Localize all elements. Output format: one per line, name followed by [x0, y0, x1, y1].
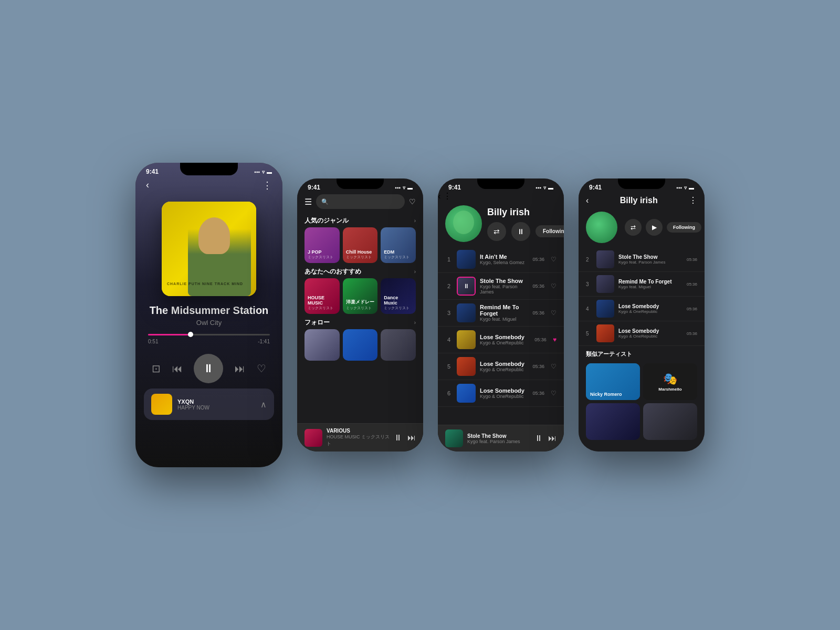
- phone1-content: 9:41 ▪▪▪ ▿ ▬ ‹ ⋮ CHARLIE PUTH NINE TRACK…: [135, 163, 282, 467]
- profile-shuffle-btn[interactable]: ⇄: [625, 219, 642, 236]
- follow-card-1[interactable]: [304, 329, 340, 361]
- heart-nav-button[interactable]: ♡: [409, 197, 416, 206]
- pt-details-3: Lose Somebody Kygo & OneRepublic: [618, 303, 682, 314]
- more-button-1[interactable]: ⋮: [262, 180, 272, 191]
- mini-pause-2[interactable]: ⏸: [394, 433, 402, 443]
- mini-expand-icon[interactable]: ∧: [260, 400, 267, 410]
- track-by-5: Kygo & OneRepublic: [480, 367, 528, 372]
- similar-card-marshmello[interactable]: 🎭 Marshmello: [643, 363, 697, 400]
- genre-grid: J POP ミックスリスト Chill House ミックスリスト: [297, 227, 423, 263]
- similar-card-4[interactable]: [643, 403, 697, 440]
- genres-more[interactable]: ›: [414, 218, 416, 224]
- time-1: 9:41: [146, 168, 159, 175]
- battery-icon-3: ▬: [548, 185, 553, 191]
- track-dur-5: 05:36: [532, 364, 544, 369]
- track-thumb-5: [457, 357, 476, 376]
- track-heart-5[interactable]: ♡: [551, 363, 556, 370]
- time-row: 0:51 -1:41: [148, 339, 270, 344]
- track-artist-1: Owl City: [146, 319, 272, 327]
- mini-next-3[interactable]: ⏭: [548, 434, 556, 443]
- rec-house[interactable]: HOUSE MUSIC ミックスリスト: [304, 278, 340, 314]
- track-item-2[interactable]: 2 ⏸ Stole The Show Kygo feat. Parson Jam…: [438, 273, 564, 300]
- track-item-1[interactable]: 1 It Ain't Me Kygo, Selena Gomez 05:36 ♡: [438, 246, 564, 273]
- mini-bar-title-3: Stole The Show: [467, 433, 530, 439]
- track-by-1: Kygo, Selena Gomez: [480, 260, 528, 265]
- search-box[interactable]: 🔍: [316, 194, 405, 209]
- similar-card-3[interactable]: [586, 403, 640, 440]
- mini-player[interactable]: YXQN HAPPY NOW ∧: [144, 388, 274, 420]
- next-button[interactable]: ⏭: [235, 363, 245, 375]
- follow-more[interactable]: ›: [414, 320, 416, 326]
- status-icons-3: ▪▪▪ ▿ ▬: [536, 185, 553, 191]
- rec-more[interactable]: ›: [414, 269, 416, 275]
- pt-name-3: Lose Somebody: [618, 303, 682, 309]
- rec-dance-label: Dance Muxic: [384, 295, 413, 306]
- back-button-4[interactable]: ‹: [586, 196, 589, 205]
- track-item-6[interactable]: 6 Lose Somebody Kygo & OneRepublic 05:36…: [438, 380, 564, 407]
- prev-button[interactable]: ⏮: [172, 363, 183, 375]
- profile-track-item-1[interactable]: 2 Stole The Show Kygo feat. Parson James…: [579, 247, 705, 272]
- rec-dance[interactable]: Dance Muxic ミックスリスト: [381, 278, 416, 314]
- controls-row: ⊡ ⏮ ⏸ ⏭ ♡: [135, 349, 282, 388]
- track-heart-6[interactable]: ♡: [551, 390, 556, 397]
- signal-icon-4: ▪▪▪: [676, 185, 682, 191]
- genre-chill-sub: ミックスリスト: [346, 255, 372, 260]
- mini-album-art: [151, 394, 172, 415]
- time-remaining: -1:41: [258, 339, 270, 344]
- genre-edm-label: EDM: [384, 249, 410, 255]
- track-num-4: 4: [445, 337, 453, 343]
- track-heart-1[interactable]: ♡: [551, 256, 556, 263]
- track-heart-4[interactable]: ♥: [553, 336, 556, 343]
- pt-by-1: Kygo feat. Parson James: [618, 260, 682, 265]
- track-heart-2[interactable]: ♡: [551, 282, 556, 290]
- track-item-3[interactable]: 3 Remind Me To Forget Kygo feat. Miguel …: [438, 300, 564, 327]
- track-num-5: 5: [445, 363, 453, 370]
- follow-card-2[interactable]: [343, 329, 378, 361]
- album-art-inner: CHARLIE PUTH NINE TRACK MIND: [162, 202, 256, 296]
- hamburger-menu[interactable]: ☰: [304, 197, 312, 207]
- genre-edm[interactable]: EDM ミックスリスト: [381, 227, 416, 263]
- profile-track-item-3[interactable]: 4 Lose Somebody Kygo & OneRepublic 05:36: [579, 297, 705, 321]
- progress-bar[interactable]: [148, 334, 270, 335]
- time-2: 9:41: [308, 184, 320, 191]
- airplay-icon[interactable]: ⊡: [152, 362, 161, 375]
- follow-card-3[interactable]: [381, 329, 416, 361]
- heart-button-1[interactable]: ♡: [257, 362, 266, 375]
- track-heart-3[interactable]: ♡: [551, 309, 556, 317]
- rec-jpop[interactable]: 洋楽メドレー ミックスリスト: [343, 278, 378, 314]
- track-name-6: Lose Somebody: [480, 387, 528, 394]
- pause-button-1[interactable]: ⏸: [194, 354, 223, 383]
- genre-chill[interactable]: Chill House ミックスリスト: [343, 227, 378, 263]
- track-dur-6: 05:36: [532, 391, 544, 396]
- pt-dur-2: 05:36: [687, 282, 697, 287]
- profile-play-btn[interactable]: ▶: [646, 219, 663, 236]
- signal-icon-3: ▪▪▪: [536, 185, 541, 191]
- track-item-5[interactable]: 5 Lose Somebody Kygo & OneRepublic 05:36…: [438, 353, 564, 380]
- pause-button-3[interactable]: ⏸: [511, 222, 530, 241]
- search-bar-row: ☰ 🔍 ♡: [297, 191, 423, 212]
- rec-jpop-label: 洋楽メドレー: [346, 299, 375, 306]
- status-icons-1: ▪▪▪ ▿ ▬: [254, 169, 272, 175]
- more-button-3[interactable]: ⋮: [443, 192, 452, 201]
- battery-icon: ▬: [267, 169, 272, 175]
- track-item-4[interactable]: 4 Lose Somebody Kygo & OneRepublic 05:36…: [438, 327, 564, 353]
- mini-bar-2[interactable]: VARIOUS HOUSE MUSIC ミックスリスト ⏸ ⏭: [297, 423, 423, 452]
- genre-jpop[interactable]: J POP ミックスリスト: [304, 227, 340, 263]
- similar-card-nicky[interactable]: Nicky Romero: [586, 363, 640, 400]
- back-button-1[interactable]: ‹: [146, 180, 149, 191]
- similar-grid: Nicky Romero 🎭 Marshmello: [579, 363, 705, 440]
- mini-bar-3[interactable]: Stole The Show Kygo feat. Parson James ⏸…: [438, 425, 564, 452]
- album-art-container: CHARLIE PUTH NINE TRACK MIND: [135, 202, 282, 296]
- back-button-3[interactable]: ‹: [438, 192, 440, 201]
- profile-following-btn[interactable]: Following: [667, 222, 701, 233]
- mini-pause-3[interactable]: ⏸: [534, 434, 543, 443]
- profile-track-item-2[interactable]: 3 Remind Me To Forget Kygo feat. Miguel …: [579, 272, 705, 297]
- profile-track-item-4[interactable]: 5 Lose Somebody Kygo & OneRepublic 05:36: [579, 321, 705, 346]
- following-button-3[interactable]: Following: [536, 225, 564, 237]
- mini-next-2[interactable]: ⏭: [407, 433, 416, 443]
- more-button-4[interactable]: ⋮: [689, 195, 697, 205]
- track-thumb-1: [457, 250, 476, 269]
- shuffle-button-3[interactable]: ⇄: [487, 222, 506, 241]
- phone4-content: 9:41 ▪▪▪ ▿ ▬ ‹ Billy irish ⋮ ⇄ ▶ Followi…: [579, 178, 705, 452]
- status-icons-2: ▪▪▪ ▿ ▬: [395, 185, 413, 191]
